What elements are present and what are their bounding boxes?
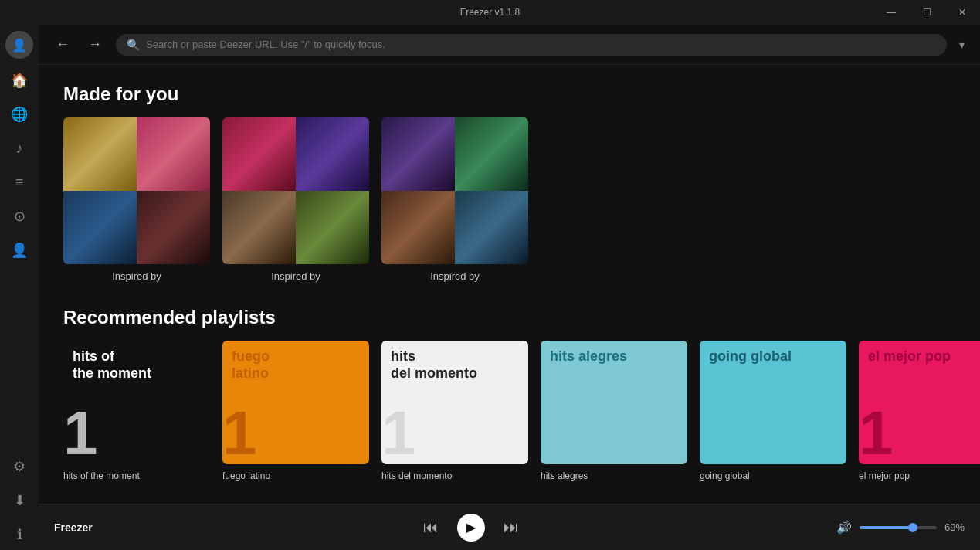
inspired-card-1-label: Inspired by bbox=[63, 270, 210, 282]
volume-slider[interactable] bbox=[860, 526, 937, 529]
main-content: Made for you Inspired by bbox=[39, 65, 980, 504]
volume-fill bbox=[860, 526, 913, 529]
back-button[interactable]: ← bbox=[51, 33, 74, 56]
playlist-cards-row: hits ofthe moment 1 hits of the moment f… bbox=[63, 341, 955, 481]
playlist-card-global[interactable]: going global going global bbox=[700, 341, 846, 481]
volume-icon: 🔊 bbox=[836, 520, 852, 535]
player-bar: Freezer ⏮ ▶ ⏭ 🔊 69% bbox=[39, 504, 980, 550]
inspired-cell-1a bbox=[63, 117, 137, 191]
inspired-card-3[interactable]: Inspired by bbox=[381, 117, 528, 282]
close-button[interactable]: ✕ bbox=[944, 0, 980, 25]
inspired-cell-3b bbox=[455, 117, 528, 191]
user-avatar[interactable]: 👤 bbox=[5, 31, 33, 59]
playlist-title-hits: hits of the moment bbox=[63, 470, 210, 481]
inspired-cell-3d bbox=[455, 191, 528, 264]
playlist-title-fuego: fuego latino bbox=[222, 470, 369, 481]
playlist-bg-fuego: fuegolatino 1 bbox=[222, 341, 369, 464]
window-controls: — ☐ ✕ bbox=[873, 0, 980, 25]
volume-pct: 69% bbox=[944, 521, 965, 533]
player-controls: ⏮ ▶ ⏭ bbox=[147, 514, 795, 542]
content-wrap: ← → 🔍 ▾ Made for you bbox=[39, 25, 980, 550]
sidebar: 👤 🏠 🌐 ♪ ≡ ⊙ 👤 ⚙ ⬇ ℹ bbox=[0, 25, 39, 550]
dropdown-button[interactable]: ▾ bbox=[956, 36, 968, 54]
player-app-name: Freezer bbox=[54, 521, 147, 534]
pl-text-fuego: fuegolatino bbox=[232, 348, 270, 382]
recommended-title: Recommended playlists bbox=[63, 307, 955, 328]
sidebar-item-explore[interactable]: 🌐 bbox=[4, 99, 35, 130]
sidebar-item-music[interactable]: ♪ bbox=[4, 133, 35, 164]
playlist-card-momento[interactable]: hitsdel momento 1 hits del momento bbox=[381, 341, 528, 481]
playlist-img-fuego: fuegolatino 1 bbox=[222, 341, 369, 464]
pl-text-pop: el mejor pop bbox=[868, 348, 951, 365]
inspired-cell-1d bbox=[137, 191, 210, 264]
titlebar: Freezer v1.1.8 — ☐ ✕ bbox=[0, 0, 980, 25]
inspired-cell-2d bbox=[296, 191, 369, 264]
playlist-bg-hits: hits ofthe moment 1 bbox=[63, 341, 210, 464]
pl-text-alegres: hits alegres bbox=[550, 348, 627, 365]
pl-number-fuego: 1 bbox=[222, 402, 257, 464]
playlist-title-alegres: hits alegres bbox=[541, 470, 687, 481]
playlist-card-alegres[interactable]: hits alegres hits alegres bbox=[541, 341, 687, 481]
playlist-img-global: going global bbox=[700, 341, 846, 464]
playlist-card-pop[interactable]: el mejor pop 1 el mejor pop bbox=[859, 341, 980, 481]
inspired-cell-2b bbox=[296, 117, 369, 191]
sidebar-item-profile[interactable]: 👤 bbox=[4, 235, 35, 266]
forward-button[interactable]: → bbox=[83, 33, 107, 56]
playlist-img-pop: el mejor pop 1 bbox=[859, 341, 980, 464]
playlist-title-global: going global bbox=[700, 470, 846, 481]
app-title: Freezer v1.1.8 bbox=[460, 7, 520, 18]
sidebar-item-queue[interactable]: ≡ bbox=[4, 167, 35, 198]
playlist-bg-pop: el mejor pop 1 bbox=[859, 341, 980, 464]
play-button[interactable]: ▶ bbox=[457, 514, 485, 542]
sidebar-item-home[interactable]: 🏠 bbox=[4, 65, 35, 96]
inspired-card-2-label: Inspired by bbox=[222, 270, 369, 282]
playlist-img-hits: hits ofthe moment 1 bbox=[63, 341, 210, 464]
playlist-bg-global: going global bbox=[700, 341, 846, 464]
app-body: 👤 🏠 🌐 ♪ ≡ ⊙ 👤 ⚙ ⬇ ℹ ← → 🔍 ▾ Made for you bbox=[0, 25, 980, 550]
playlist-img-alegres: hits alegres bbox=[541, 341, 687, 464]
search-icon: 🔍 bbox=[127, 39, 140, 51]
volume-thumb bbox=[908, 523, 917, 532]
playlist-card-hits[interactable]: hits ofthe moment 1 hits of the moment bbox=[63, 341, 210, 481]
pl-text-hits: hits ofthe moment bbox=[73, 348, 151, 382]
inspired-card-2-grid bbox=[222, 117, 369, 264]
minimize-button[interactable]: — bbox=[873, 0, 909, 25]
player-right: 🔊 69% bbox=[795, 520, 965, 535]
inspired-card-3-grid bbox=[381, 117, 528, 264]
playlist-img-momento: hitsdel momento 1 bbox=[381, 341, 528, 464]
inspired-cell-1b bbox=[137, 117, 210, 191]
next-button[interactable]: ⏭ bbox=[504, 518, 519, 536]
made-for-you-title: Made for you bbox=[63, 83, 955, 105]
playlist-title-pop: el mejor pop bbox=[859, 470, 980, 481]
playlist-bg-momento: hitsdel momento 1 bbox=[381, 341, 528, 464]
pl-number-momento: 1 bbox=[381, 402, 416, 464]
inspired-cell-2c bbox=[222, 191, 296, 264]
pl-text-momento: hitsdel momento bbox=[391, 348, 477, 382]
search-input[interactable] bbox=[146, 39, 936, 50]
inspired-cell-1c bbox=[63, 191, 137, 264]
inspired-cell-3c bbox=[381, 191, 455, 264]
sidebar-item-downloads[interactable]: ⬇ bbox=[4, 485, 35, 516]
maximize-button[interactable]: ☐ bbox=[909, 0, 944, 25]
prev-button[interactable]: ⏮ bbox=[423, 518, 439, 536]
sidebar-item-radio[interactable]: ⊙ bbox=[4, 201, 35, 232]
inspired-cards-row: Inspired by Inspired by bbox=[63, 117, 955, 282]
inspired-card-3-label: Inspired by bbox=[381, 270, 528, 282]
inspired-card-1[interactable]: Inspired by bbox=[63, 117, 210, 282]
pl-text-global: going global bbox=[709, 348, 792, 365]
sidebar-item-settings[interactable]: ⚙ bbox=[4, 451, 35, 482]
inspired-cell-2a bbox=[222, 117, 296, 191]
inspired-card-1-grid bbox=[63, 117, 210, 264]
sidebar-item-info[interactable]: ℹ bbox=[4, 519, 35, 550]
playlist-title-momento: hits del momento bbox=[381, 470, 528, 481]
pl-number-hits: 1 bbox=[63, 402, 98, 464]
playlist-bg-alegres: hits alegres bbox=[541, 341, 687, 464]
search-bar[interactable]: 🔍 bbox=[116, 34, 947, 56]
pl-number-pop: 1 bbox=[859, 402, 894, 464]
toolbar: ← → 🔍 ▾ bbox=[39, 25, 980, 65]
inspired-cell-3a bbox=[381, 117, 455, 191]
playlist-card-fuego[interactable]: fuegolatino 1 fuego latino bbox=[222, 341, 369, 481]
inspired-card-2[interactable]: Inspired by bbox=[222, 117, 369, 282]
